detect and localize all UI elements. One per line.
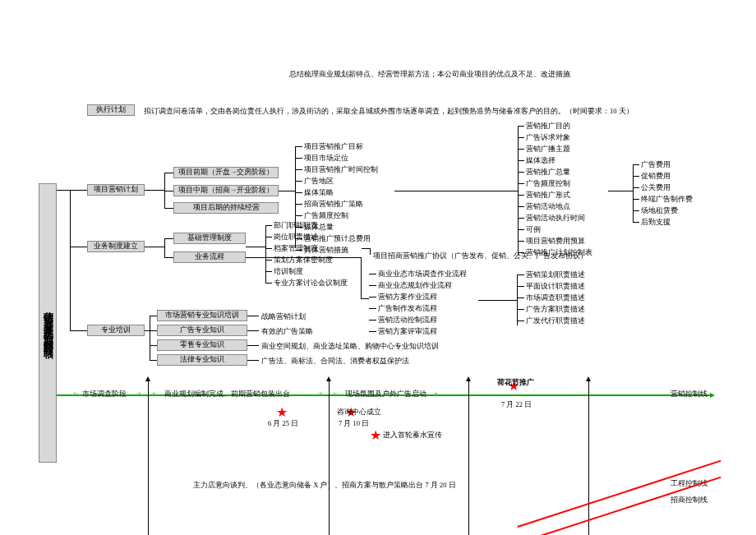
conn	[150, 345, 157, 346]
list-item: 广告制作发布流程	[378, 304, 437, 314]
conn	[70, 247, 87, 247]
arr-glyph: ←	[151, 389, 159, 397]
list-item: 场地租赁费	[641, 206, 678, 216]
marker	[588, 380, 589, 535]
list-item: 营销推广目的	[526, 122, 570, 131]
l2-b1: 基础管理制度	[173, 233, 246, 244]
conn	[369, 297, 376, 297]
conn	[265, 271, 272, 272]
l2-b2: 业务流程	[173, 251, 246, 263]
conn	[633, 164, 634, 222]
list-item: 平面设计职责描述	[526, 282, 585, 292]
list-item: 公关费用	[641, 183, 671, 193]
arr-glyph: →	[135, 389, 142, 397]
conn	[265, 225, 266, 283]
conn	[518, 149, 524, 150]
list-item: 广告费用	[641, 160, 671, 170]
conn	[265, 260, 272, 261]
list-item: 营销方案作业流程	[378, 293, 437, 302]
conn	[145, 190, 164, 191]
p1: 市场调查阶段	[82, 390, 127, 399]
conn	[518, 160, 524, 161]
conn	[246, 247, 265, 247]
conn	[369, 285, 376, 286]
conn	[164, 257, 173, 258]
list-item: 可例	[526, 225, 541, 235]
l1-b: 业务制度建立	[87, 241, 145, 252]
red-diag	[518, 460, 721, 528]
conn	[478, 300, 518, 301]
arr	[326, 376, 331, 381]
main-title: 营销策划业务系统与前期控制时间轴	[39, 183, 57, 463]
conn	[247, 360, 259, 361]
l2-c4: 法律专业知识	[157, 354, 247, 366]
conn	[633, 176, 639, 177]
list-item: 部门职能职责	[274, 221, 318, 231]
c1-txt: 战略营销计划	[261, 312, 306, 322]
conn	[164, 191, 173, 191]
exec-plan-text: 拟订调查问卷清单，交由各岗位责任人执行，涉及街访的，采取全县城或外围市场逐单调查…	[144, 107, 634, 117]
exec-plan-box: 执行计划	[87, 104, 135, 116]
list-item: 媒体选择	[526, 156, 555, 166]
conn	[150, 330, 157, 331]
arrow-r	[710, 393, 715, 398]
l2-c1: 市场营销专业知识培训	[157, 310, 247, 321]
conn	[517, 309, 524, 310]
c3-txt: 商业空间规划、商业选址策略、购物中心专业知识培训	[261, 342, 439, 352]
conn	[265, 237, 272, 238]
conn	[370, 248, 371, 255]
list-item: 媒体策略	[304, 188, 334, 198]
list-item: 项目市场定位	[304, 154, 348, 164]
conn	[517, 286, 524, 287]
l1-c: 专业培训	[87, 325, 145, 336]
arr-glyph: ←	[72, 389, 80, 397]
list-item: 广告频度控制	[304, 211, 348, 221]
d1: 6 月 25 日	[268, 419, 298, 429]
conn	[164, 173, 173, 173]
conn	[517, 321, 524, 321]
conn	[518, 183, 524, 184]
list-item: 营销活动地点	[526, 202, 570, 212]
conn	[633, 164, 639, 165]
conn	[518, 206, 524, 207]
arr-glyph: →	[316, 389, 324, 397]
conn	[633, 187, 639, 188]
conn	[295, 146, 302, 147]
red-diag	[518, 477, 721, 535]
list-item: 促销费用	[641, 172, 671, 182]
list-item: 营销活动控制流程	[378, 316, 437, 325]
conn	[369, 308, 376, 309]
list-item: 档案管理制度	[274, 244, 318, 254]
conn	[517, 297, 524, 298]
marker	[148, 380, 149, 535]
l2-a3: 项目后期的持续经营	[173, 202, 279, 214]
footer: 主力店意向谈判、（各业态意向储备 X 户）、招商方案与散户策略出台 7 月 20…	[193, 481, 456, 491]
conn	[517, 274, 524, 275]
conn	[265, 248, 272, 249]
conn	[246, 257, 361, 258]
l1-a: 项目营销计划	[87, 184, 145, 196]
conn	[518, 195, 524, 196]
p3: 现场氛围及户外广告启动	[345, 390, 426, 399]
m4: 荷花节推广	[497, 378, 534, 388]
l2-a1: 项目前期（开盘→交房阶段）	[173, 167, 279, 178]
conn	[164, 208, 173, 209]
list-item: 营销方案评审流程	[378, 327, 437, 337]
l2-c3: 零售专业知识	[157, 339, 247, 351]
conn	[150, 316, 150, 360]
conn	[369, 274, 376, 274]
list-item: 市场调查职责描述	[526, 293, 585, 303]
conn	[295, 169, 302, 170]
conn	[518, 126, 519, 256]
conn	[247, 330, 259, 331]
conn	[150, 360, 157, 361]
conn	[295, 181, 302, 182]
l2-a2: 项目中期（招商→开业阶段）	[173, 185, 279, 196]
conn	[394, 191, 518, 191]
conn	[518, 126, 524, 127]
list-item: 营销推广计划控制表	[526, 248, 592, 258]
list-item: 岗位职责描述	[274, 233, 318, 242]
conn	[295, 215, 302, 216]
list-item: 营销广播主题	[526, 145, 570, 155]
conn	[295, 192, 302, 193]
